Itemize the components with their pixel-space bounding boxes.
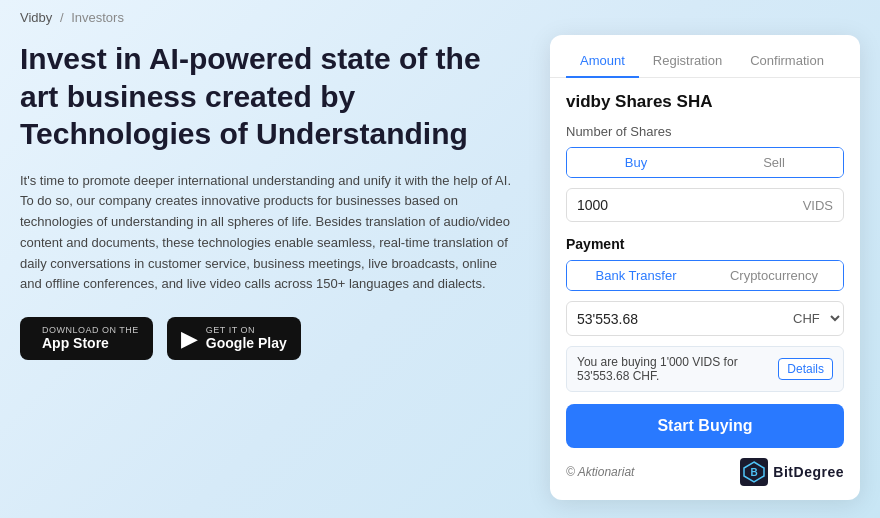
card-tabs: Amount Registration Confirmation xyxy=(550,35,860,78)
amount-input[interactable] xyxy=(567,303,785,335)
bitdegree-name: BitDegree xyxy=(773,464,844,480)
app-store-name: App Store xyxy=(42,335,139,352)
google-play-sub: GET IT ON xyxy=(206,325,287,335)
tab-amount[interactable]: Amount xyxy=(566,45,639,78)
crypto-button[interactable]: Cryptocurrency xyxy=(705,261,843,290)
main-layout: Invest in AI-powered state of the art bu… xyxy=(0,35,880,518)
app-store-text: Download on the App Store xyxy=(42,325,139,352)
google-play-button[interactable]: ▶ GET IT ON Google Play xyxy=(167,317,301,360)
bank-transfer-button[interactable]: Bank Transfer xyxy=(567,261,705,290)
payment-label: Payment xyxy=(566,236,844,252)
buy-button[interactable]: Buy xyxy=(567,148,705,177)
google-play-icon: ▶ xyxy=(181,328,198,350)
card-title: vidby Shares SHA xyxy=(566,92,844,112)
bitdegree-logo: B BitDegree xyxy=(740,458,844,486)
tab-confirmation[interactable]: Confirmation xyxy=(736,45,838,78)
payment-toggle: Bank Transfer Cryptocurrency xyxy=(566,260,844,291)
shares-label: Number of Shares xyxy=(566,124,844,139)
start-buying-button[interactable]: Start Buying xyxy=(566,404,844,448)
shares-input[interactable] xyxy=(567,189,793,221)
buy-sell-toggle: Buy Sell xyxy=(566,147,844,178)
hero-description: It's time to promote deeper internationa… xyxy=(20,171,520,296)
card-body: vidby Shares SHA Number of Shares Buy Se… xyxy=(550,78,860,392)
aktionariat-copyright: © Aktionariat xyxy=(566,465,634,479)
card-footer: © Aktionariat B BitDegree xyxy=(550,448,860,486)
brand-link[interactable]: Vidby xyxy=(20,10,52,25)
svg-text:B: B xyxy=(751,467,758,478)
right-column: Amount Registration Confirmation vidby S… xyxy=(550,35,860,500)
info-text: You are buying 1'000 VIDS for 53'553.68 … xyxy=(577,355,770,383)
amount-input-row: CHF EUR USD xyxy=(566,301,844,336)
nav-separator: / xyxy=(60,10,64,25)
investment-card: Amount Registration Confirmation vidby S… xyxy=(550,35,860,500)
breadcrumb: Vidby / Investors xyxy=(0,0,880,35)
app-store-button[interactable]: Download on the App Store xyxy=(20,317,153,360)
google-play-name: Google Play xyxy=(206,335,287,352)
store-buttons: Download on the App Store ▶ GET IT ON Go… xyxy=(20,317,520,360)
shares-suffix: VIDS xyxy=(793,190,843,221)
app-store-sub: Download on the xyxy=(42,325,139,335)
tab-registration[interactable]: Registration xyxy=(639,45,736,78)
sell-button[interactable]: Sell xyxy=(705,148,843,177)
currency-select[interactable]: CHF EUR USD xyxy=(785,302,843,335)
left-column: Invest in AI-powered state of the art bu… xyxy=(20,35,520,360)
hero-title: Invest in AI-powered state of the art bu… xyxy=(20,40,520,153)
shares-input-row: VIDS xyxy=(566,188,844,222)
nav-section: Investors xyxy=(71,10,124,25)
details-button[interactable]: Details xyxy=(778,358,833,380)
info-box: You are buying 1'000 VIDS for 53'553.68 … xyxy=(566,346,844,392)
google-play-text: GET IT ON Google Play xyxy=(206,325,287,352)
bitdegree-icon: B xyxy=(740,458,768,486)
